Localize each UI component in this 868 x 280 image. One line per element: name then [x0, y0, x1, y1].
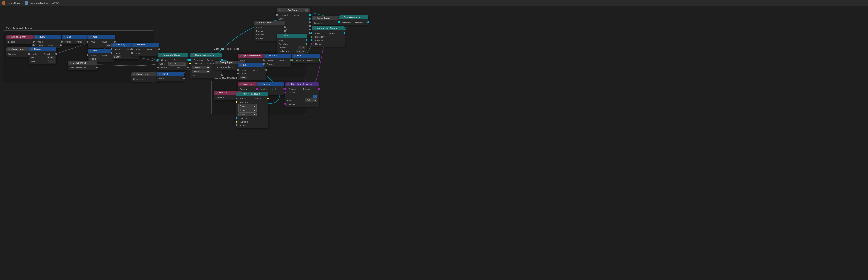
mul-val[interactable]: 1.000 — [113, 55, 121, 58]
socket-cone-sel[interactable] — [306, 43, 307, 45]
add3-header[interactable]: Add — [238, 63, 266, 67]
coilspline-settings-icon[interactable] — [305, 9, 308, 11]
socket-resample-out-curve[interactable] — [187, 59, 189, 61]
socket-gi-params-count[interactable] — [284, 26, 286, 28]
socket-spline-res1-out[interactable] — [96, 67, 98, 68]
align-pivot-dropdown[interactable]: Auto — [305, 98, 317, 102]
socket-join-out[interactable] — [368, 21, 369, 23]
socket-add3-in2[interactable] — [237, 72, 239, 74]
socket-resample-in-curve[interactable] — [157, 59, 158, 61]
socket-sub1-out[interactable] — [158, 49, 160, 50]
clamp-header[interactable]: Clamp — [29, 47, 56, 51]
socket-coil-out-rotation[interactable] — [309, 29, 311, 30]
node-canvas[interactable]: Calculate subdivision Generate selection… — [0, 6, 868, 280]
socket-ta-in-attr2[interactable] — [236, 121, 238, 123]
add2-val[interactable]: 1.000 — [89, 58, 97, 61]
socket-capture-in-attr[interactable] — [189, 63, 191, 64]
socket-mul-in1[interactable] — [111, 49, 112, 50]
socket-ta-out[interactable] — [268, 98, 269, 99]
socket-capture-out-val[interactable] — [221, 74, 223, 76]
topbar-geonodes[interactable]: GeometryNodes — [29, 2, 48, 4]
socket-index-out[interactable] — [183, 77, 185, 80]
add1-header[interactable]: Add — [88, 35, 115, 39]
align-z[interactable]: 2 — [313, 95, 317, 98]
socket-align-in-rot[interactable] — [284, 88, 286, 90]
resample-count-dropdown[interactable]: Count — [168, 62, 186, 65]
ta-index-dropdown[interactable]: Index — [238, 108, 256, 112]
socket-divide-out[interactable] — [60, 44, 62, 46]
align-euler-header[interactable]: Align Euler to Vector — [285, 82, 319, 86]
socket-divide-in1[interactable] — [33, 41, 35, 42]
socket-iop-in-rot[interactable] — [311, 43, 312, 45]
socket-iop-in-sel[interactable] — [311, 36, 312, 37]
clamp-max-val[interactable]: 1 — [48, 60, 55, 63]
clamp-min-val[interactable]: 0.001 — [47, 56, 55, 59]
socket-add3-out[interactable] — [266, 69, 267, 71]
socket-join-in[interactable] — [338, 21, 340, 23]
index-header[interactable]: Index — [157, 72, 184, 76]
ceil-header[interactable]: Ceil — [62, 35, 89, 39]
gi-main-header[interactable]: Group Input — [312, 16, 341, 20]
socket-ta-in-idx[interactable] — [236, 124, 238, 126]
socket-add2-in1[interactable] — [87, 54, 89, 56]
socket-clamp-out[interactable] — [56, 53, 57, 55]
cone-vertices[interactable]: 3 — [298, 46, 305, 49]
socket-resample-in-count[interactable] — [157, 67, 158, 68]
socket-capture-in-geo[interactable] — [189, 59, 191, 61]
socket-iop-in-points[interactable] — [311, 32, 312, 34]
socket-align-in-vec[interactable] — [284, 92, 286, 93]
socket-clamp-in[interactable] — [28, 53, 30, 55]
socket-coil-out-radius[interactable] — [309, 25, 311, 27]
socket-align-out[interactable] — [318, 88, 320, 90]
socket-align-in-vec2[interactable] — [284, 103, 286, 105]
socket-cone-mesh[interactable] — [306, 39, 307, 41]
socket-mod-in1[interactable] — [263, 59, 265, 61]
socket-resample-out-count[interactable] — [187, 67, 189, 68]
socket-not-out[interactable] — [319, 59, 320, 61]
socket-gi-params-radius[interactable] — [284, 30, 286, 32]
capture-type-dropdown[interactable]: Integer — [192, 65, 210, 69]
capture-domain-dropdown[interactable]: Point — [192, 70, 210, 73]
spline-length-header[interactable]: Spline Length — [6, 35, 34, 39]
socket-coil-in[interactable] — [276, 14, 278, 16]
socket-mod-in2[interactable] — [263, 63, 265, 65]
add3-val[interactable]: 1.000 — [240, 76, 247, 79]
socket-ta-in-src[interactable] — [236, 98, 238, 99]
not-header[interactable]: Not — [292, 54, 319, 58]
socket-iop-in-inst[interactable] — [311, 39, 312, 41]
socket-iop-out[interactable] — [344, 32, 345, 34]
socket-coil-out-count[interactable] — [309, 21, 311, 23]
subtract1-header[interactable]: Subtract — [132, 43, 159, 46]
gi-spline-res1-header[interactable]: Group Input — [68, 61, 97, 65]
socket-sub1-in2[interactable] — [131, 52, 133, 54]
transfer-attr-header[interactable]: Transfer Attribute — [237, 92, 268, 96]
divide-header[interactable]: Divide — [34, 35, 61, 39]
cone-header[interactable]: Cone — [277, 34, 307, 37]
socket-sub2-in1[interactable] — [256, 88, 258, 90]
gi-params-header[interactable]: Group Input — [254, 21, 285, 25]
socket-add3-in1[interactable] — [237, 69, 239, 71]
socket-ceil-in[interactable] — [61, 41, 63, 42]
sub2-header[interactable]: Subtract — [257, 82, 284, 86]
join-geo-header[interactable]: Join Geometry — [339, 15, 368, 19]
socket-mul-in2[interactable] — [111, 52, 112, 54]
coilspline-header[interactable]: CoilSpline — [277, 8, 310, 12]
socket-sub1-in1[interactable] — [131, 49, 133, 50]
capture-header[interactable]: Capture Attribute — [190, 53, 222, 57]
resample-header[interactable]: Resample Curve — [158, 53, 188, 57]
gi-geo1-header[interactable]: Group Input — [131, 72, 159, 76]
align-y[interactable] — [303, 96, 307, 96]
ta-domain-dropdown[interactable]: Point — [238, 112, 256, 116]
socket-add1-out[interactable] — [114, 41, 116, 42]
socket-coil-out-curve[interactable] — [309, 18, 311, 20]
socket-ta-in-attr[interactable] — [236, 101, 238, 103]
socket-not-in[interactable] — [291, 59, 293, 61]
socket-coil-out-curves[interactable] — [309, 14, 311, 16]
ta-type-dropdown[interactable]: Vector — [238, 104, 256, 108]
instance-header[interactable]: Instance on Points — [312, 26, 344, 30]
modulo-header[interactable]: Modulo — [264, 54, 291, 58]
socket-ta-in-src2[interactable] — [236, 117, 238, 119]
topbar-beziercurve[interactable]: BezierCurve — [7, 2, 21, 4]
align-x[interactable] — [293, 96, 297, 96]
socket-add1-in1[interactable] — [87, 41, 89, 42]
